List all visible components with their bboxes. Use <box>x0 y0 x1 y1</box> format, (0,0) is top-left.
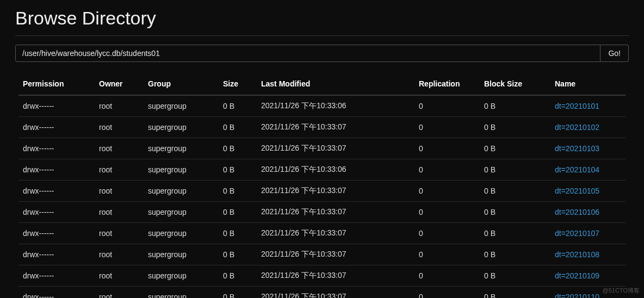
cell-last-modified: 2021/11/26 下午10:33:07 <box>257 265 414 287</box>
cell-permission: drwx------ <box>18 117 95 138</box>
cell-name: dt=20210105 <box>550 181 626 202</box>
cell-block-size: 0 B <box>480 138 550 159</box>
cell-name: dt=20210109 <box>550 265 626 287</box>
path-input[interactable] <box>15 45 600 62</box>
cell-owner: root <box>95 95 144 117</box>
table-row: drwx------rootsupergroup0 B2021/11/26 下午… <box>18 223 626 244</box>
cell-block-size: 0 B <box>480 265 550 287</box>
cell-last-modified: 2021/11/26 下午10:33:07 <box>257 138 414 159</box>
table-row: drwx------rootsupergroup0 B2021/11/26 下午… <box>18 181 626 202</box>
header-block-size[interactable]: Block Size <box>480 74 550 95</box>
cell-block-size: 0 B <box>480 159 550 181</box>
cell-size: 0 B <box>219 117 257 138</box>
cell-name: dt=20210108 <box>550 244 626 265</box>
cell-name: dt=20210101 <box>550 95 626 117</box>
cell-block-size: 0 B <box>480 117 550 138</box>
cell-permission: drwx------ <box>18 265 95 287</box>
cell-group: supergroup <box>144 95 219 117</box>
cell-group: supergroup <box>144 117 219 138</box>
cell-name: dt=20210106 <box>550 202 626 223</box>
directory-link[interactable]: dt=20210109 <box>555 271 599 280</box>
cell-replication: 0 <box>414 95 480 117</box>
cell-size: 0 B <box>219 265 257 287</box>
cell-owner: root <box>95 138 144 159</box>
cell-block-size: 0 B <box>480 202 550 223</box>
cell-replication: 0 <box>414 159 480 181</box>
cell-replication: 0 <box>414 244 480 265</box>
go-button[interactable]: Go! <box>600 45 629 62</box>
header-name[interactable]: Name <box>550 74 626 95</box>
cell-permission: drwx------ <box>18 181 95 202</box>
cell-last-modified: 2021/11/26 下午10:33:06 <box>257 95 414 117</box>
cell-name: dt=20210107 <box>550 223 626 244</box>
cell-block-size: 0 B <box>480 287 550 299</box>
cell-group: supergroup <box>144 265 219 287</box>
cell-last-modified: 2021/11/26 下午10:33:07 <box>257 181 414 202</box>
cell-owner: root <box>95 181 144 202</box>
cell-replication: 0 <box>414 287 480 299</box>
header-replication[interactable]: Replication <box>414 74 480 95</box>
cell-owner: root <box>95 244 144 265</box>
cell-owner: root <box>95 202 144 223</box>
cell-last-modified: 2021/11/26 下午10:33:07 <box>257 223 414 244</box>
directory-link[interactable]: dt=20210103 <box>555 144 599 153</box>
cell-owner: root <box>95 223 144 244</box>
header-group[interactable]: Group <box>144 74 219 95</box>
table-row: drwx------rootsupergroup0 B2021/11/26 下午… <box>18 287 626 299</box>
header-last-modified[interactable]: Last Modified <box>257 74 414 95</box>
cell-group: supergroup <box>144 181 219 202</box>
cell-block-size: 0 B <box>480 181 550 202</box>
cell-permission: drwx------ <box>18 95 95 117</box>
cell-replication: 0 <box>414 265 480 287</box>
cell-owner: root <box>95 265 144 287</box>
cell-size: 0 B <box>219 287 257 299</box>
table-row: drwx------rootsupergroup0 B2021/11/26 下午… <box>18 95 626 117</box>
header-size[interactable]: Size <box>219 74 257 95</box>
cell-permission: drwx------ <box>18 138 95 159</box>
cell-permission: drwx------ <box>18 202 95 223</box>
cell-name: dt=20210103 <box>550 138 626 159</box>
table-header-row: Permission Owner Group Size Last Modifie… <box>18 74 626 95</box>
directory-link[interactable]: dt=20210108 <box>555 250 599 259</box>
cell-block-size: 0 B <box>480 244 550 265</box>
cell-size: 0 B <box>219 159 257 181</box>
directory-link[interactable]: dt=20210106 <box>555 208 599 216</box>
cell-group: supergroup <box>144 244 219 265</box>
header-owner[interactable]: Owner <box>95 74 144 95</box>
cell-permission: drwx------ <box>18 244 95 265</box>
table-row: drwx------rootsupergroup0 B2021/11/26 下午… <box>18 138 626 159</box>
cell-replication: 0 <box>414 117 480 138</box>
cell-name: dt=20210102 <box>550 117 626 138</box>
cell-owner: root <box>95 159 144 181</box>
cell-last-modified: 2021/11/26 下午10:33:07 <box>257 202 414 223</box>
table-row: drwx------rootsupergroup0 B2021/11/26 下午… <box>18 159 626 181</box>
path-form: Go! <box>15 45 629 62</box>
table-row: drwx------rootsupergroup0 B2021/11/26 下午… <box>18 265 626 287</box>
cell-block-size: 0 B <box>480 95 550 117</box>
cell-size: 0 B <box>219 244 257 265</box>
table-row: drwx------rootsupergroup0 B2021/11/26 下午… <box>18 244 626 265</box>
directory-link[interactable]: dt=20210110 <box>555 293 599 298</box>
directory-link[interactable]: dt=20210107 <box>555 229 599 238</box>
cell-group: supergroup <box>144 138 219 159</box>
cell-group: supergroup <box>144 287 219 299</box>
cell-owner: root <box>95 287 144 299</box>
cell-permission: drwx------ <box>18 287 95 299</box>
cell-name: dt=20210104 <box>550 159 626 181</box>
cell-last-modified: 2021/11/26 下午10:33:07 <box>257 117 414 138</box>
cell-replication: 0 <box>414 202 480 223</box>
file-table: Permission Owner Group Size Last Modifie… <box>18 74 626 298</box>
cell-size: 0 B <box>219 138 257 159</box>
directory-link[interactable]: dt=20210102 <box>555 123 599 132</box>
directory-link[interactable]: dt=20210101 <box>555 102 599 110</box>
cell-size: 0 B <box>219 202 257 223</box>
cell-last-modified: 2021/11/26 下午10:33:06 <box>257 159 414 181</box>
cell-owner: root <box>95 117 144 138</box>
directory-link[interactable]: dt=20210105 <box>555 187 599 195</box>
header-permission[interactable]: Permission <box>18 74 95 95</box>
cell-block-size: 0 B <box>480 223 550 244</box>
table-row: drwx------rootsupergroup0 B2021/11/26 下午… <box>18 202 626 223</box>
cell-replication: 0 <box>414 138 480 159</box>
directory-link[interactable]: dt=20210104 <box>555 165 599 174</box>
cell-group: supergroup <box>144 223 219 244</box>
